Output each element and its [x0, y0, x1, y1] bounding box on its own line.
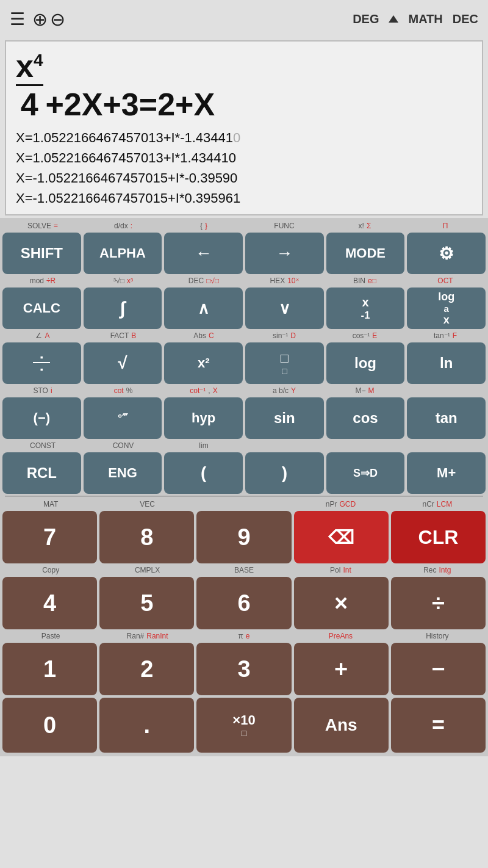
sub-empty5c — [406, 440, 484, 451]
clr-button[interactable]: CLR — [391, 511, 486, 563]
results-display: X=1.0522166467457013+I*-1.434410 X=1.052… — [16, 128, 472, 208]
sub-vec: VEC — [100, 499, 194, 510]
sub-row-5: CONST CONV lim — [2, 440, 486, 451]
sub-const: CONST — [4, 440, 82, 451]
sub-sto: STOi — [4, 385, 82, 396]
sub-mat: MAT — [4, 499, 98, 510]
separator — [5, 496, 483, 497]
right-arrow-button[interactable]: → — [245, 233, 324, 274]
rcl-button[interactable]: RCL — [2, 452, 81, 494]
multiply-button[interactable]: × — [294, 577, 389, 629]
three-button[interactable]: 3 — [196, 643, 291, 695]
equals-button[interactable]: = — [391, 698, 486, 753]
ans-button[interactable]: Ans — [294, 698, 389, 753]
result-1: X=1.0522166467457013+I*-1.434410 — [16, 128, 472, 148]
log-button[interactable]: log — [326, 342, 405, 384]
xsquared-button[interactable]: x² — [164, 342, 243, 384]
sub-history: History — [390, 631, 484, 642]
loga-button[interactable]: logax — [407, 288, 486, 329]
zero-button[interactable]: 0 — [2, 698, 97, 753]
shift-button[interactable]: SHIFT — [2, 233, 81, 274]
nine-button[interactable]: 9 — [196, 511, 291, 563]
sub-preans: PreAns — [293, 631, 387, 642]
mode-button[interactable]: MODE — [326, 233, 405, 274]
sub-conv: CONV — [84, 440, 162, 451]
sub-bin: BINe□ — [326, 275, 404, 286]
dec-label: DEC — [453, 12, 478, 26]
sub-empty6 — [197, 499, 291, 510]
math-label: MATH — [408, 12, 442, 26]
sub-row-3: ∠A FACTB AbsC sin⁻¹D cos⁻¹E tan⁻¹F — [2, 330, 486, 341]
sub-ncr: nCrLCM — [390, 499, 484, 510]
minus-button[interactable]: − — [391, 643, 486, 695]
sub-row-6: MAT VEC nPrGCD nCrLCM — [2, 499, 486, 510]
plus-button[interactable]: + — [294, 643, 389, 695]
zoom-in-button[interactable]: ⊕ — [32, 9, 48, 30]
sub-dec: DEC□√□ — [165, 275, 243, 286]
sub-angle: ∠A — [4, 330, 82, 341]
degree-button[interactable]: °‴ — [84, 397, 162, 439]
down-arrow-button[interactable]: ∨ — [245, 288, 324, 329]
menu-icon[interactable]: ☰ — [10, 9, 25, 29]
sub-pi: Π — [406, 220, 484, 231]
sub-sinv: sin⁻¹D — [245, 330, 323, 341]
sub-row-2: mod÷R ³√□x³ DEC□√□ HEX10ˣ BINe□ OCT — [2, 275, 486, 286]
btn-row-2: CALC ∫ ∧ ∨ x-1 logax — [2, 288, 486, 329]
ln-button[interactable]: ln — [407, 342, 486, 384]
numerator: x4 — [16, 48, 43, 84]
left-arrow-button[interactable]: ← — [164, 233, 243, 274]
up-arrow-button[interactable]: ∧ — [164, 288, 243, 329]
calc-button[interactable]: CALC — [2, 288, 81, 329]
sub-taninv: tan⁻¹F — [406, 330, 484, 341]
mplus-button[interactable]: M+ — [407, 452, 486, 494]
fraction-button[interactable]: ▪ ▪ — [2, 342, 81, 384]
four-button[interactable]: 4 — [2, 577, 97, 629]
close-paren-button[interactable]: ) — [245, 452, 324, 494]
times10-button[interactable]: ×10□ — [196, 698, 291, 753]
sub-cotinv: cot⁻¹,X — [165, 385, 243, 396]
tan-button[interactable]: tan — [407, 397, 486, 439]
cos-button[interactable]: cos — [326, 397, 405, 439]
eng-button[interactable]: ENG — [84, 452, 162, 494]
one-button[interactable]: 1 — [2, 643, 97, 695]
sub-pol: PolInt — [293, 565, 387, 576]
xinverse-button[interactable]: x-1 — [326, 288, 405, 329]
backspace-button[interactable]: ⌫ — [294, 511, 389, 563]
result-4: X=-1.0522166467457015+I*0.395961 — [16, 188, 472, 208]
sub-cmplx: CMPLX — [100, 565, 194, 576]
sub-row-4: STOi cot% cot⁻¹,X a b/cY M−M — [2, 385, 486, 396]
sub-xfact: x!Σ — [326, 220, 404, 231]
integral-button[interactable]: ∫ — [84, 288, 162, 329]
open-paren-button[interactable]: ( — [164, 452, 243, 494]
sub-hex: HEX10ˣ — [245, 275, 323, 286]
divide-button[interactable]: ÷ — [391, 577, 486, 629]
sub-fact: FACTB — [84, 330, 162, 341]
btn-row-6: 7 8 9 ⌫ CLR — [2, 511, 486, 563]
sin-button[interactable]: sin — [245, 397, 324, 439]
decimal-button[interactable]: . — [99, 698, 194, 753]
btn-row-7: 4 5 6 × ÷ — [2, 577, 486, 629]
sub-base: BASE — [197, 565, 291, 576]
alpha-button[interactable]: ALPHA — [84, 233, 162, 274]
settings-button[interactable]: ⚙ — [407, 233, 486, 274]
hyp-button[interactable]: hyp — [164, 397, 243, 439]
sub-mminus: M−M — [326, 385, 404, 396]
sub-solve: SOLVE= — [4, 220, 82, 231]
five-button[interactable]: 5 — [99, 577, 194, 629]
btn-row-4: (−) °‴ hyp sin cos tan — [2, 397, 486, 439]
power-button[interactable]: □□ — [245, 342, 324, 384]
sub-row-8: Paste Ran#RanInt πe PreAns History — [2, 631, 486, 642]
negate-button[interactable]: (−) — [2, 397, 81, 439]
sub-row-1: SOLVE= d/dx: {} FUNC x!Σ Π — [2, 220, 486, 231]
zoom-out-button[interactable]: ⊖ — [50, 9, 65, 30]
two-button[interactable]: 2 — [99, 643, 194, 695]
sub-abc: a b/cY — [245, 385, 323, 396]
display-area: x4 4 +2X+3=2+X X=1.0522166467457013+I*-1… — [5, 40, 483, 215]
seven-button[interactable]: 7 — [2, 511, 97, 563]
six-button[interactable]: 6 — [196, 577, 291, 629]
sub-ran: Ran#RanInt — [100, 631, 194, 642]
sqrt-button[interactable]: √ — [84, 342, 162, 384]
s-to-d-button[interactable]: S⇒D — [326, 452, 405, 494]
eight-button[interactable]: 8 — [99, 511, 194, 563]
result-3: X=-1.0522166467457015+I*-0.39590 — [16, 168, 472, 188]
